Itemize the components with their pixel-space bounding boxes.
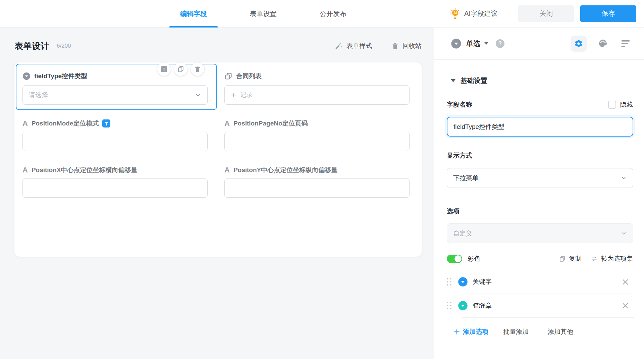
field-duplicate-button[interactable] <box>174 62 187 76</box>
convert-to-option-set-button[interactable]: 转为选项集 <box>590 254 633 263</box>
colorful-toggle[interactable] <box>447 255 462 263</box>
text-input[interactable] <box>22 132 208 151</box>
chevron-down-icon <box>621 230 627 237</box>
field-label: 合同列表 <box>236 72 262 81</box>
tab-label: 公开发布 <box>320 9 346 18</box>
options-label: 选项 <box>447 207 460 216</box>
record-placeholder: 记录 <box>240 91 253 99</box>
form-canvas: 表单设计 6/200 表单样式 回收站 <box>0 28 434 359</box>
field-card-positony[interactable]: A PositonY中心点定位坐标纵向偏移量 <box>224 165 410 198</box>
display-mode-value: 下拉菜单 <box>453 174 479 183</box>
add-option-label: 添加选项 <box>463 327 488 336</box>
field-card-positionmode[interactable]: A PositionMode定位模式 T <box>22 118 208 151</box>
field-label: fieldType控件类型 <box>34 72 87 81</box>
field-label: PositonY中心点定位坐标纵向偏移量 <box>233 166 337 174</box>
settings-tab-button[interactable] <box>571 36 587 52</box>
copy-icon <box>559 255 566 262</box>
options-source-value: 自定义 <box>453 229 472 238</box>
remove-option-button[interactable] <box>622 278 629 286</box>
field-rename-button[interactable]: T <box>157 62 171 76</box>
basic-settings-section-header[interactable]: 基础设置 <box>434 76 644 85</box>
tab-edit-fields[interactable]: 编辑字段 <box>169 0 218 28</box>
options-actions-row: 添加选项 批量添加 添加其他 <box>434 327 644 337</box>
inspector-header: 单选 ? <box>434 28 644 60</box>
batch-add-button[interactable]: 批量添加 <box>503 327 529 336</box>
add-option-button[interactable]: 添加选项 <box>453 327 488 336</box>
hide-label: 隐藏 <box>620 100 633 109</box>
option-color-icon[interactable] <box>458 301 468 311</box>
drag-handle-icon[interactable] <box>447 278 451 286</box>
tab-label: 编辑字段 <box>180 9 207 18</box>
close-icon <box>622 302 629 310</box>
text-input[interactable] <box>224 178 410 198</box>
copy-options-button[interactable]: 复制 <box>559 254 582 263</box>
display-mode-select[interactable]: 下拉菜单 <box>447 168 633 188</box>
options-source-select[interactable]: 自定义 <box>447 223 633 243</box>
divider <box>462 317 634 318</box>
add-other-button[interactable]: 添加其他 <box>548 327 573 336</box>
field-name-input[interactable] <box>447 117 633 137</box>
drag-handle-icon[interactable] <box>447 302 451 309</box>
text-input[interactable] <box>224 132 410 151</box>
trash-icon <box>391 42 399 50</box>
option-label[interactable]: 骑缝章 <box>473 301 492 310</box>
tab-form-settings[interactable]: 表单设置 <box>239 0 287 28</box>
save-button[interactable]: 保存 <box>580 5 636 22</box>
plus-icon <box>453 328 460 335</box>
colorful-label: 彩色 <box>468 254 480 263</box>
field-delete-button[interactable] <box>191 62 204 76</box>
close-button[interactable]: 关闭 <box>518 5 574 22</box>
chevron-down-icon <box>621 175 627 181</box>
swap-arrows-icon <box>590 255 598 263</box>
single-select-icon <box>451 38 462 49</box>
field-action-buttons: T <box>157 62 204 76</box>
display-mode-row: 显示方式 <box>434 151 644 160</box>
canvas-header: 表单设计 6/200 表单样式 回收站 <box>14 38 422 54</box>
palette-icon <box>598 39 608 48</box>
field-card-fieldtype[interactable]: fieldType控件类型 请选择 <box>22 71 208 105</box>
add-record-box[interactable]: 记录 <box>224 85 410 105</box>
template-badge: T <box>102 119 110 127</box>
section-collapse-icon <box>451 79 455 82</box>
hide-checkbox[interactable] <box>608 101 616 109</box>
remove-option-button[interactable] <box>622 302 629 310</box>
option-color-icon[interactable] <box>458 277 468 287</box>
field-card-contract-list[interactable]: 合同列表 记录 <box>224 71 410 105</box>
svg-text:AI: AI <box>453 11 457 15</box>
field-name-label: 字段名称 <box>447 100 472 109</box>
option-label[interactable]: 关键字 <box>473 277 492 286</box>
fieldtype-select[interactable]: 请选择 <box>22 85 208 105</box>
form-style-label: 表单样式 <box>346 42 372 50</box>
topbar: 编辑字段 表单设置 公开发布 AI AI字段建议 关闭 保存 <box>0 0 644 28</box>
recycle-bin-button[interactable]: 回收站 <box>391 42 422 50</box>
ai-bulb-icon: AI <box>449 8 461 19</box>
text-field-icon: A <box>22 166 28 174</box>
form-style-button[interactable]: 表单样式 <box>334 42 372 50</box>
display-mode-label: 显示方式 <box>447 151 472 160</box>
tab-publish[interactable]: 公开发布 <box>309 0 357 28</box>
trash-icon <box>194 66 201 72</box>
related-records-icon <box>224 72 232 80</box>
field-card-positionx[interactable]: A PositionX中心点定位坐标横向偏移量 <box>22 165 208 198</box>
main-tabs: 编辑字段 表单设置 公开发布 <box>169 0 357 28</box>
text-input[interactable] <box>22 178 208 198</box>
field-count: 6/200 <box>57 43 71 49</box>
option-row: 骑缝章 <box>434 294 644 317</box>
ai-field-suggest-button[interactable]: AI AI字段建议 <box>449 8 497 19</box>
theme-tab-button[interactable] <box>598 39 608 48</box>
divider <box>538 328 538 335</box>
gear-icon <box>574 39 583 48</box>
close-icon <box>622 278 629 286</box>
outline-tab-button[interactable] <box>621 39 631 48</box>
ai-button-label: AI字段建议 <box>464 9 497 18</box>
copy-icon <box>177 65 184 73</box>
copy-label: 复制 <box>569 254 582 263</box>
help-icon[interactable]: ? <box>496 39 504 48</box>
section-title: 基础设置 <box>461 76 487 85</box>
field-type-caret-icon[interactable] <box>484 42 488 45</box>
magic-wand-icon <box>334 42 343 50</box>
svg-text:T: T <box>163 67 165 72</box>
field-card-positionpageno[interactable]: A PositionPageNo定位页码 <box>224 118 410 151</box>
field-label: PositionPageNo定位页码 <box>233 119 308 128</box>
text-field-icon: A <box>224 166 230 174</box>
